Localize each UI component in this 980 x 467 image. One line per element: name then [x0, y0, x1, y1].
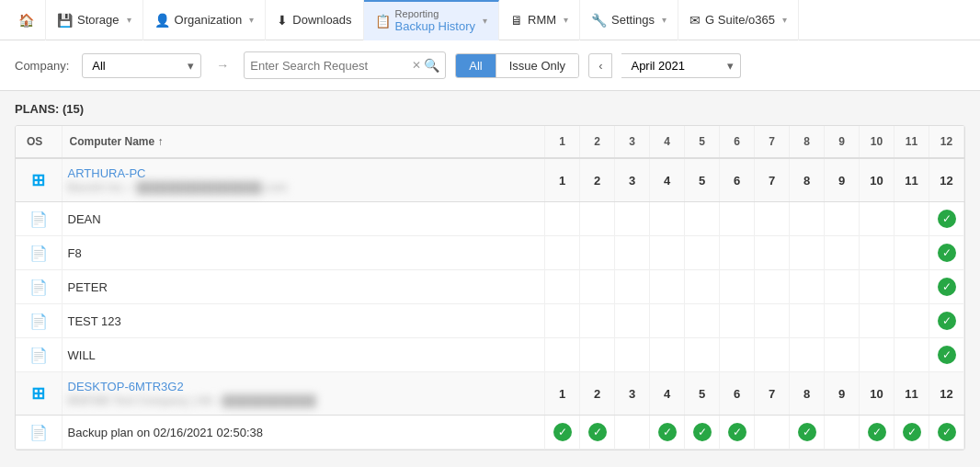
bp-d4: ✓ [650, 416, 685, 450]
will-d9 [825, 338, 860, 372]
check-icon: ✓ [938, 423, 956, 441]
will-d2 [580, 338, 615, 372]
peter-d8 [790, 270, 825, 304]
table-container: OS Computer Name ↑ 1 2 3 4 5 6 7 8 9 10 … [15, 125, 965, 450]
arthura-d4: 4 [650, 158, 685, 202]
desktop-d2: 2 [580, 372, 615, 416]
bp-d6: ✓ [720, 416, 755, 450]
col-6: 6 [720, 126, 755, 158]
col-7: 7 [755, 126, 790, 158]
peter-d7 [755, 270, 790, 304]
dean-d10 [860, 202, 895, 236]
search-input[interactable] [250, 59, 409, 73]
file-icon: 📄 [29, 425, 48, 440]
peter-d6 [720, 270, 755, 304]
col-5: 5 [685, 126, 720, 158]
will-d3 [615, 338, 650, 372]
will-name-cell: WILL [62, 338, 545, 372]
reporting-arrow-icon: ▾ [483, 16, 487, 26]
arthura-d2: 2 [580, 158, 615, 202]
nav-reporting-labels: Reporting Backup History [395, 8, 475, 33]
filter-issue-button[interactable]: Issue Only [496, 54, 578, 77]
col-11: 11 [895, 126, 929, 158]
search-clear-button[interactable]: ✕ [409, 59, 424, 72]
check-icon: ✓ [658, 423, 677, 441]
month-select[interactable]: April 2021 [621, 53, 741, 78]
will-d1 [545, 338, 580, 372]
settings-arrow-icon: ▾ [662, 15, 667, 25]
home-icon: 🏠 [18, 13, 34, 28]
search-arrow-btn[interactable]: → [211, 54, 234, 76]
test123-d2 [580, 304, 615, 338]
file-icon: 📄 [29, 211, 48, 227]
bp-d8: ✓ [790, 416, 825, 450]
nav-storage[interactable]: 💾 Storage ▾ [46, 0, 143, 40]
desktop-link[interactable]: DESKTOP-6MTR3G2 [68, 380, 538, 393]
bp-d2: ✓ [580, 416, 615, 450]
peter-d10 [860, 270, 895, 304]
downloads-icon: ⬇ [277, 13, 288, 28]
nav-gsuite-label: G Suite/o365 [705, 13, 775, 27]
organization-icon: 👤 [154, 13, 170, 28]
arthura-d7: 7 [755, 158, 790, 202]
peter-d11 [895, 270, 929, 304]
dean-d5 [685, 202, 720, 236]
col-3: 3 [615, 126, 650, 158]
arthura-d9: 9 [825, 158, 860, 202]
nav-reporting-sub: Reporting [395, 8, 475, 19]
desktop-d1: 1 [545, 372, 580, 416]
f8-d8 [790, 236, 825, 270]
peter-d9 [825, 270, 860, 304]
top-nav: 🏠 💾 Storage ▾ 👤 Organization ▾ ⬇ Downloa… [0, 0, 980, 40]
nav-reporting[interactable]: 📋 Reporting Backup History ▾ [364, 0, 499, 40]
dean-d9 [825, 202, 860, 236]
arthura-pc-link[interactable]: ARTHURA-PC [68, 166, 538, 180]
arthura-d6: 6 [720, 158, 755, 202]
month-prev-button[interactable]: ‹ [588, 53, 612, 78]
desktop-os-cell: ⊞ [16, 372, 62, 416]
nav-settings-label: Settings [611, 13, 655, 27]
backup-table: OS Computer Name ↑ 1 2 3 4 5 6 7 8 9 10 … [16, 126, 964, 450]
settings-icon: 🔧 [591, 13, 607, 28]
nav-rmm[interactable]: 🖥 RMM ▾ [499, 0, 580, 40]
nav-rmm-label: RMM [528, 13, 556, 27]
nav-downloads-label: Downloads [292, 13, 351, 27]
company-label: Company: [15, 59, 69, 73]
dean-d11 [895, 202, 929, 236]
table-row: 📄 PETER ✓ [16, 270, 964, 304]
bp-d1: ✓ [545, 416, 580, 450]
test123-d9 [825, 304, 860, 338]
filter-all-button[interactable]: All [456, 54, 496, 77]
arthura-d8: 8 [790, 158, 825, 202]
gsuite-arrow-icon: ▾ [782, 15, 787, 25]
month-select-wrapper: April 2021 [621, 53, 741, 78]
dean-d8 [790, 202, 825, 236]
arthura-d1: 1 [545, 158, 580, 202]
check-icon: ✓ [553, 423, 572, 441]
col-4: 4 [650, 126, 685, 158]
peter-d12: ✓ [929, 270, 964, 304]
will-d8 [790, 338, 825, 372]
check-icon: ✓ [693, 423, 712, 441]
search-go-button[interactable]: 🔍 [424, 58, 439, 73]
check-icon: ✓ [868, 423, 886, 441]
nav-settings[interactable]: 🔧 Settings ▾ [580, 0, 678, 40]
desktop-d4: 4 [650, 372, 685, 416]
nav-downloads[interactable]: ⬇ Downloads [266, 0, 363, 40]
table-row: 📄 TEST 123 ✓ [16, 304, 964, 338]
f8-d6 [720, 236, 755, 270]
peter-d5 [685, 270, 720, 304]
company-select[interactable]: All [82, 53, 201, 78]
desktop-d10: 10 [860, 372, 895, 416]
check-icon: ✓ [938, 346, 956, 364]
check-icon: ✓ [903, 423, 921, 441]
nav-home[interactable]: 🏠 [7, 0, 46, 40]
nav-reporting-label: Backup History [395, 19, 475, 33]
bp-d11: ✓ [895, 416, 929, 450]
will-d6 [720, 338, 755, 372]
nav-gsuite[interactable]: ✉ G Suite/o365 ▾ [678, 0, 799, 40]
nav-organization[interactable]: 👤 Organization ▾ [143, 0, 267, 40]
bp-d3 [615, 416, 650, 450]
file-icon: 📄 [29, 279, 48, 295]
peter-d2 [580, 270, 615, 304]
